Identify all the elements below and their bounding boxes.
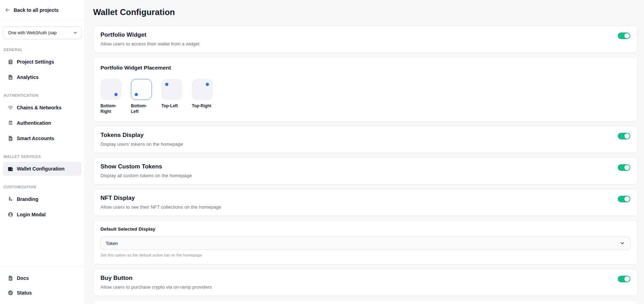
sidebar-item-label: Wallet Configuration	[17, 166, 64, 172]
sidebar-item-analytics[interactable]: Analytics	[3, 70, 82, 84]
portfolio-widget-placement-card: Portfolio Widget Placement Bottom-Right …	[93, 57, 638, 122]
placement-tile-top-right	[192, 79, 213, 100]
sidebar-item-label: Authentication	[17, 120, 51, 126]
toggle-knob	[624, 276, 630, 282]
placement-label: Top-Right	[192, 103, 213, 109]
sidebar-item-smart-accounts[interactable]: Smart Accounts	[3, 131, 82, 145]
placement-dot-icon	[135, 93, 138, 96]
wallet-icon	[7, 165, 14, 172]
placement-dot-icon	[206, 83, 209, 86]
user-circle-icon	[7, 211, 14, 218]
chevron-down-icon	[620, 240, 625, 246]
sidebar-item-label: Smart Accounts	[17, 136, 54, 141]
project-selector[interactable]: One with Web3Auth (sap	[3, 27, 82, 39]
document-icon	[7, 135, 14, 142]
nft-display-description: Allow users to see their NFT collections…	[100, 204, 221, 210]
portfolio-widget-description: Allow users to access their wallet from …	[100, 41, 200, 47]
sidebar-item-docs[interactable]: Docs	[3, 271, 82, 285]
back-label: Back to all projects	[14, 7, 58, 13]
toggle-knob	[624, 196, 630, 202]
portfolio-widget-card: Portfolio Widget Allow users to access t…	[93, 26, 638, 53]
section-label-wallet-services: WALLET SERVICES	[0, 154, 84, 159]
sidebar-footer: Docs Status	[0, 266, 84, 304]
placement-option-top-right[interactable]: Top-Right	[192, 79, 213, 114]
placement-option-bottom-left[interactable]: Bottom-Left	[131, 79, 152, 114]
main-content: Wallet Configuration Portfolio Widget Al…	[85, 0, 644, 304]
back-to-projects-link[interactable]: Back to all projects	[0, 0, 84, 20]
show-custom-tokens-description: Display all custom tokens on the homepag…	[100, 173, 192, 179]
tokens-display-description: Display users' tokens on the homepage	[100, 141, 183, 147]
portfolio-widget-toggle[interactable]	[618, 32, 630, 39]
default-display-helper: Set this option as the default active ta…	[100, 253, 630, 258]
sidebar-item-login-modal[interactable]: Login Modal	[3, 208, 82, 222]
placement-title: Portfolio Widget Placement	[100, 64, 630, 71]
chevron-down-icon	[73, 30, 78, 35]
default-display-label: Default Selected Display	[100, 226, 630, 232]
brush-icon	[7, 196, 14, 203]
show-custom-tokens-card: Show Custom Tokens Display all custom to…	[93, 157, 638, 184]
buy-button-card: Buy Button Allow users to purchase crypt…	[93, 269, 638, 296]
placement-label: Bottom-Left	[131, 103, 152, 114]
sidebar-item-label: Branding	[17, 196, 38, 202]
analytics-icon	[7, 74, 14, 81]
placement-options: Bottom-Right Bottom-Left Top-Left Top-Ri…	[100, 79, 630, 114]
sidebar-item-wallet-configuration[interactable]: Wallet Configuration	[3, 162, 82, 176]
default-display-select[interactable]: Token	[100, 237, 630, 250]
toggle-knob	[624, 133, 630, 139]
tokens-display-title: Tokens Display	[100, 131, 183, 139]
nft-display-toggle[interactable]	[618, 196, 630, 202]
placement-tile-bottom-right	[100, 79, 121, 100]
buy-button-description: Allow users to purchase crypto via on-ra…	[100, 284, 212, 290]
check-circle-icon	[7, 289, 14, 296]
clipboard-icon	[7, 58, 14, 65]
sidebar-item-label: Chains & Networks	[17, 105, 62, 110]
docs-icon	[7, 275, 14, 282]
tokens-display-toggle[interactable]	[618, 133, 630, 139]
placement-label: Top-Left	[161, 103, 182, 109]
sidebar-item-label: Docs	[17, 275, 29, 281]
sidebar-item-authentication[interactable]: Authentication	[3, 116, 82, 130]
wifi-icon	[7, 104, 14, 111]
show-custom-tokens-title: Show Custom Tokens	[100, 163, 192, 171]
next-card-clipped	[93, 300, 638, 304]
buy-button-title: Buy Button	[100, 274, 212, 282]
sidebar-item-branding[interactable]: Branding	[3, 192, 82, 206]
buy-button-toggle[interactable]	[618, 276, 630, 282]
sidebar-divider	[0, 20, 84, 20]
placement-tile-bottom-left-selected	[131, 79, 152, 100]
placement-tile-top-left	[161, 79, 182, 100]
sidebar: Back to all projects One with Web3Auth (…	[0, 0, 85, 304]
section-label-customization: CUSTOMIZATION	[0, 185, 84, 189]
sidebar-item-chains-networks[interactable]: Chains & Networks	[3, 101, 82, 115]
sidebar-item-label: Login Modal	[17, 212, 46, 217]
toggle-knob	[624, 165, 630, 170]
section-label-authentication: AUTHENTICATION	[0, 93, 84, 97]
nft-display-title: NFT Display	[100, 194, 221, 202]
show-custom-tokens-toggle[interactable]	[618, 164, 630, 171]
sidebar-item-status[interactable]: Status	[3, 286, 82, 300]
placement-option-top-left[interactable]: Top-Left	[161, 79, 182, 114]
database-icon	[7, 120, 14, 126]
section-label-general: GENERAL	[0, 48, 84, 52]
page-title: Wallet Configuration	[93, 7, 638, 17]
sidebar-item-label: Project Settings	[17, 59, 54, 65]
arrow-left-icon	[5, 7, 10, 13]
placement-option-bottom-right[interactable]: Bottom-Right	[100, 79, 121, 114]
portfolio-widget-title: Portfolio Widget	[100, 31, 200, 39]
sidebar-item-label: Status	[17, 290, 32, 296]
sidebar-item-project-settings[interactable]: Project Settings	[3, 55, 82, 69]
placement-dot-icon	[114, 93, 118, 96]
default-display-value: Token	[106, 241, 118, 246]
placement-dot-icon	[165, 83, 168, 86]
sidebar-item-label: Analytics	[17, 74, 38, 80]
placement-label: Bottom-Right	[100, 103, 121, 114]
default-selected-display-card: Default Selected Display Token Set this …	[93, 220, 638, 265]
project-selector-value: One with Web3Auth (sap	[8, 30, 57, 35]
nft-display-card: NFT Display Allow users to see their NFT…	[93, 189, 638, 216]
toggle-knob	[624, 33, 630, 38]
tokens-display-card: Tokens Display Display users' tokens on …	[93, 126, 638, 153]
